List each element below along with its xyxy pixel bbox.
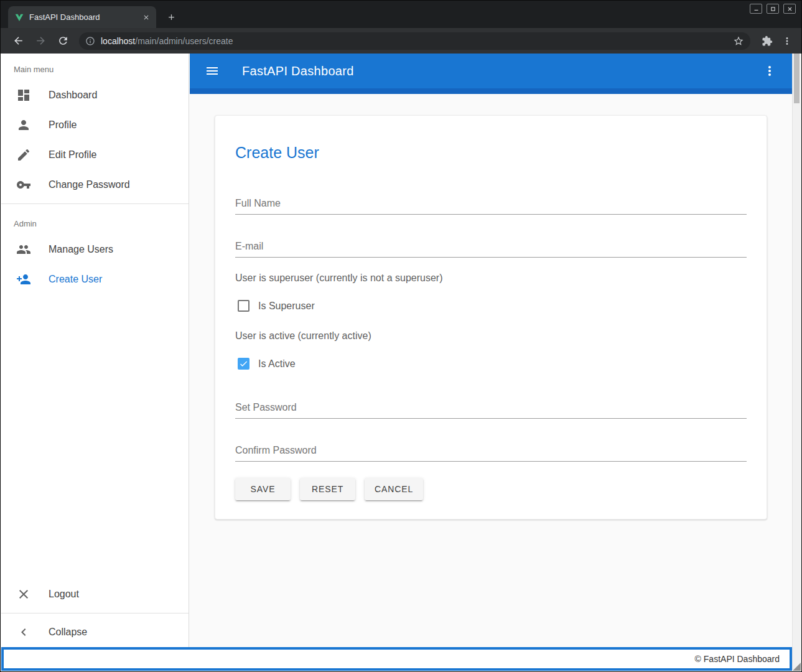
address-bar[interactable]: localhost/main/admin/users/create bbox=[79, 32, 750, 50]
forward-button[interactable] bbox=[32, 32, 49, 50]
superuser-checkbox[interactable] bbox=[238, 300, 249, 312]
scrollbar-thumb[interactable] bbox=[794, 54, 800, 103]
footer-copyright: © FastAPI Dashboard bbox=[695, 654, 780, 664]
new-tab-button[interactable] bbox=[164, 9, 179, 24]
confirm-password-input[interactable] bbox=[235, 442, 747, 462]
browser-toolbar: localhost/main/admin/users/create bbox=[1, 28, 801, 54]
url-path: /main/admin/users/create bbox=[135, 36, 233, 46]
browser-titlebar: FastAPI Dashboard bbox=[1, 1, 801, 28]
browser-menu-icon[interactable] bbox=[779, 33, 795, 49]
tab-close-icon[interactable] bbox=[141, 12, 151, 22]
sidebar-section-admin: Admin bbox=[1, 208, 189, 235]
sidebar-item-label: Edit Profile bbox=[49, 149, 96, 161]
active-checkbox-label: Is Active bbox=[258, 358, 296, 370]
set-password-input[interactable] bbox=[235, 399, 747, 419]
reload-button[interactable] bbox=[54, 32, 72, 50]
save-button[interactable]: SAVE bbox=[235, 478, 291, 500]
site-info-icon[interactable] bbox=[85, 36, 95, 46]
sidebar-item-logout[interactable]: Logout bbox=[1, 579, 189, 609]
back-button[interactable] bbox=[9, 32, 27, 50]
chevron-left-icon bbox=[16, 625, 31, 640]
cancel-button[interactable]: CANCEL bbox=[365, 478, 423, 500]
sidebar-item-collapse[interactable]: Collapse bbox=[1, 617, 189, 647]
sidebar-item-label: Collapse bbox=[49, 627, 87, 638]
sidebar-item-label: Dashboard bbox=[49, 90, 97, 101]
set-password-field-wrap bbox=[235, 399, 747, 419]
sidebar-item-change-password[interactable]: Change Password bbox=[1, 170, 189, 200]
active-checkbox-row[interactable]: Is Active bbox=[235, 358, 747, 370]
sidebar-item-label: Create User bbox=[49, 274, 102, 285]
bookmark-star-icon[interactable] bbox=[733, 35, 744, 47]
extension-icon[interactable] bbox=[759, 33, 775, 49]
more-vert-icon[interactable] bbox=[761, 62, 778, 80]
reset-button[interactable]: RESET bbox=[300, 478, 355, 500]
close-window-button[interactable] bbox=[783, 4, 796, 14]
tab-title: FastAPI Dashboard bbox=[29, 12, 141, 22]
person-icon bbox=[16, 118, 31, 133]
sidebar-item-manage-users[interactable]: Manage Users bbox=[1, 235, 189, 264]
key-icon bbox=[16, 177, 31, 192]
browser-window: FastAPI Dashboard bbox=[0, 0, 802, 672]
sidebar: Main menu Dashboard Profile Edit Profile… bbox=[1, 54, 189, 647]
page-title: Create User bbox=[235, 143, 747, 162]
full-name-input[interactable] bbox=[235, 195, 747, 215]
sidebar-item-label: Change Password bbox=[49, 179, 130, 190]
resize-grip[interactable] bbox=[793, 663, 801, 671]
superuser-checkbox-label: Is Superuser bbox=[258, 301, 315, 312]
sidebar-item-create-user[interactable]: Create User bbox=[1, 264, 189, 294]
sidebar-item-dashboard[interactable]: Dashboard bbox=[1, 80, 189, 110]
pencil-icon bbox=[16, 147, 31, 162]
app-bar-title: FastAPI Dashboard bbox=[242, 64, 354, 78]
person-add-icon bbox=[16, 272, 31, 287]
vuetify-logo-icon bbox=[14, 12, 24, 22]
url-host: localhost bbox=[101, 36, 135, 46]
dashboard-icon bbox=[16, 88, 31, 103]
sidebar-section-main-menu: Main menu bbox=[1, 54, 189, 80]
main-content: FastAPI Dashboard Create User User is su… bbox=[190, 54, 792, 647]
email-input[interactable] bbox=[235, 238, 747, 258]
people-icon bbox=[16, 242, 31, 257]
full-name-field-wrap bbox=[235, 195, 747, 215]
footer-card: © FastAPI Dashboard bbox=[4, 650, 790, 668]
active-hint: User is active (currently active) bbox=[235, 330, 747, 342]
sidebar-item-label: Logout bbox=[49, 589, 79, 600]
sidebar-spacer bbox=[1, 294, 189, 579]
footer: © FastAPI Dashboard bbox=[1, 647, 792, 671]
maximize-button[interactable] bbox=[767, 4, 779, 14]
minimize-button[interactable] bbox=[750, 4, 762, 14]
close-icon bbox=[16, 587, 31, 602]
browser-tab[interactable]: FastAPI Dashboard bbox=[8, 6, 156, 28]
sidebar-item-label: Profile bbox=[49, 119, 77, 131]
active-checkbox[interactable] bbox=[238, 358, 249, 370]
confirm-password-field-wrap bbox=[235, 442, 747, 462]
sidebar-divider bbox=[1, 613, 189, 614]
form-buttons: SAVE RESET CANCEL bbox=[235, 478, 747, 500]
sidebar-divider bbox=[1, 203, 189, 204]
sidebar-item-edit-profile[interactable]: Edit Profile bbox=[1, 140, 189, 170]
hamburger-menu-icon[interactable] bbox=[203, 62, 221, 80]
create-user-card: Create User User is superuser (currently… bbox=[215, 115, 767, 520]
app-bar: FastAPI Dashboard bbox=[190, 54, 792, 88]
page-scrollbar[interactable] bbox=[792, 54, 801, 671]
email-field-wrap bbox=[235, 238, 747, 258]
window-controls bbox=[750, 4, 796, 14]
sidebar-item-profile[interactable]: Profile bbox=[1, 110, 189, 140]
app-bar-shadow-strip bbox=[190, 88, 792, 94]
superuser-checkbox-row[interactable]: Is Superuser bbox=[235, 300, 747, 312]
superuser-hint: User is superuser (currently is not a su… bbox=[235, 273, 747, 284]
sidebar-item-label: Manage Users bbox=[49, 244, 113, 255]
